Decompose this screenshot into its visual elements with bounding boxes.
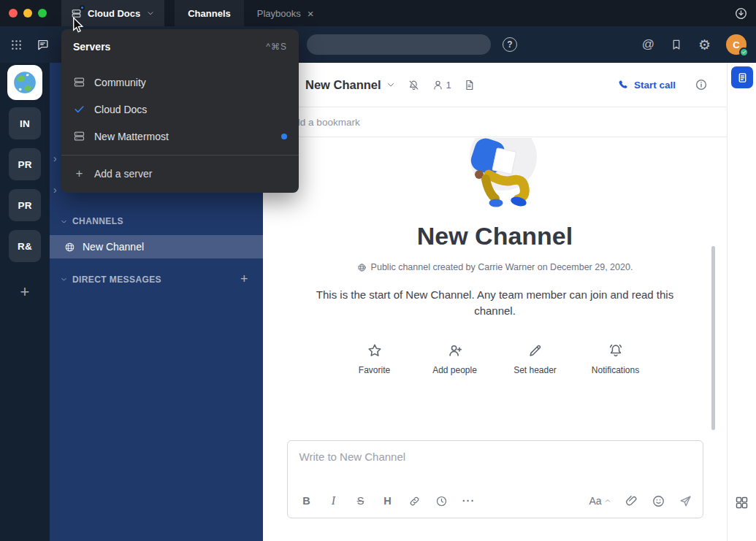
link-icon[interactable] [404, 491, 426, 511]
tab-playbooks[interactable]: Playbooks × [244, 0, 327, 26]
menu-divider [61, 155, 299, 156]
team-tile[interactable]: PR [9, 148, 41, 180]
servers-menu-title: Servers [73, 41, 110, 53]
team-initials: PR [18, 159, 31, 170]
channels-product-icon[interactable] [36, 38, 50, 52]
add-team-button[interactable]: + [20, 284, 30, 300]
team-tile[interactable]: R& [9, 230, 41, 262]
set-header-button[interactable]: Set header [501, 342, 570, 375]
product-menu-grid-icon[interactable] [9, 38, 23, 52]
collapsed-row-chevron-icon[interactable]: › [53, 153, 57, 164]
channel-intro-actions: Favorite Add people Set header Notificat… [340, 342, 650, 375]
favorite-button[interactable]: Favorite [340, 342, 409, 375]
app-window: Cloud Docs Channels Playbooks × ? [0, 0, 756, 541]
category-chevron-icon [60, 275, 68, 283]
menu-item-label: New Mattermost [94, 131, 169, 142]
team-tile[interactable]: PR [9, 189, 41, 221]
zoom-window-button[interactable] [38, 9, 47, 18]
add-server-menu-item[interactable]: + Add a server [61, 160, 299, 187]
menu-item-new-mattermost[interactable]: New Mattermost [61, 123, 299, 150]
emoji-icon[interactable] [652, 494, 665, 508]
window-controls [0, 0, 57, 26]
category-chevron-icon [60, 218, 68, 226]
add-bookmark-label: Add a bookmark [288, 117, 359, 128]
channel-name-label: New Channel [83, 241, 144, 253]
message-input[interactable] [288, 441, 703, 488]
team-tile-active-globe[interactable] [9, 66, 41, 99]
bookmarks-bar[interactable]: + Add a bookmark [263, 107, 727, 137]
person-plus-icon [447, 342, 463, 358]
star-icon [367, 342, 383, 358]
team-tile[interactable]: IN [9, 107, 41, 139]
more-formatting-icon[interactable]: ··· [458, 491, 480, 511]
globe-icon [357, 263, 367, 272]
download-update-icon[interactable] [734, 7, 748, 20]
server-icon [73, 130, 85, 142]
server-unread-dot [80, 5, 85, 10]
servers-menu-shortcut: ^⌘S [266, 42, 287, 52]
attach-file-icon[interactable] [625, 494, 638, 508]
close-window-button[interactable] [9, 9, 18, 18]
category-channels-label: CHANNELS [72, 216, 123, 226]
channel-muted-bell-icon[interactable] [408, 79, 420, 91]
tab-channels[interactable]: Channels [175, 0, 244, 26]
channel-title[interactable]: New Channel [305, 78, 381, 92]
channel-info-icon[interactable] [695, 78, 708, 91]
chevron-up-icon [604, 497, 611, 504]
search-bar[interactable] [307, 34, 491, 55]
action-label: Add people [432, 365, 477, 375]
category-dm-label: DIRECT MESSAGES [72, 275, 161, 285]
notifications-button[interactable]: Notifications [581, 342, 650, 375]
menu-item-community[interactable]: Community [61, 69, 299, 96]
saved-messages-icon[interactable] [670, 38, 683, 51]
playbooks-app-icon[interactable] [731, 66, 753, 88]
add-people-button[interactable]: Add people [421, 342, 489, 375]
sidebar-item-new-channel[interactable]: New Channel [50, 235, 263, 258]
right-app-bar [727, 63, 756, 541]
channel-header: New Channel 1 Start call [263, 63, 727, 107]
scrollbar[interactable] [711, 246, 715, 430]
channel-intro-title: New Channel [417, 222, 573, 250]
server-icon [73, 76, 85, 88]
add-direct-message-icon[interactable]: + [240, 272, 248, 287]
product-switcher-area [0, 38, 50, 52]
team-initials: IN [20, 118, 30, 129]
collapsed-row-chevron-icon[interactable]: › [53, 185, 57, 195]
channel-members-button[interactable]: 1 [432, 79, 451, 91]
start-call-button[interactable]: Start call [617, 79, 676, 91]
view-tabs: Channels Playbooks × [175, 0, 327, 26]
user-avatar[interactable]: C [726, 34, 747, 55]
send-message-icon[interactable] [679, 494, 692, 508]
channel-menu-chevron-icon[interactable] [386, 80, 396, 90]
bold-button[interactable]: B [296, 491, 318, 511]
apps-grid-icon[interactable] [734, 495, 749, 510]
servers-menu: Servers ^⌘S Community Cloud Docs New Mat… [61, 29, 299, 193]
settings-gear-icon[interactable]: ⚙ [698, 38, 711, 52]
category-direct-messages[interactable]: DIRECT MESSAGES + [60, 272, 263, 287]
menu-item-label: Cloud Docs [94, 104, 147, 115]
menu-item-label: Community [94, 77, 146, 88]
check-icon [73, 103, 85, 115]
mentions-icon[interactable]: @ [642, 37, 654, 52]
channel-intro-meta: Public channel created by Carrie Warner … [357, 262, 633, 272]
add-server-label: Add a server [94, 168, 152, 180]
channel-intro-description: This is the start of New Channel. Any te… [298, 287, 692, 319]
minimize-window-button[interactable] [23, 9, 32, 18]
close-tab-icon[interactable]: × [308, 8, 314, 19]
strikethrough-button[interactable]: S [350, 491, 372, 511]
online-status-badge [739, 47, 749, 57]
pinned-files-icon[interactable] [463, 79, 476, 91]
heading-button[interactable]: H [377, 491, 399, 511]
menu-item-cloud-docs[interactable]: Cloud Docs [61, 96, 299, 123]
clock-icon[interactable] [431, 491, 453, 511]
category-channels[interactable]: CHANNELS [60, 216, 123, 226]
start-call-label: Start call [634, 80, 676, 91]
italic-button[interactable]: I [323, 491, 345, 511]
globe-icon [64, 242, 75, 253]
chevron-down-icon [146, 9, 155, 18]
team-sidebar: IN PR PR R& + [0, 63, 50, 541]
help-icon[interactable]: ? [503, 37, 517, 52]
toggle-formatting-button[interactable]: Aa [589, 495, 611, 507]
server-dropdown-button[interactable]: Cloud Docs [61, 0, 164, 26]
titlebar: Cloud Docs Channels Playbooks × [0, 0, 756, 26]
